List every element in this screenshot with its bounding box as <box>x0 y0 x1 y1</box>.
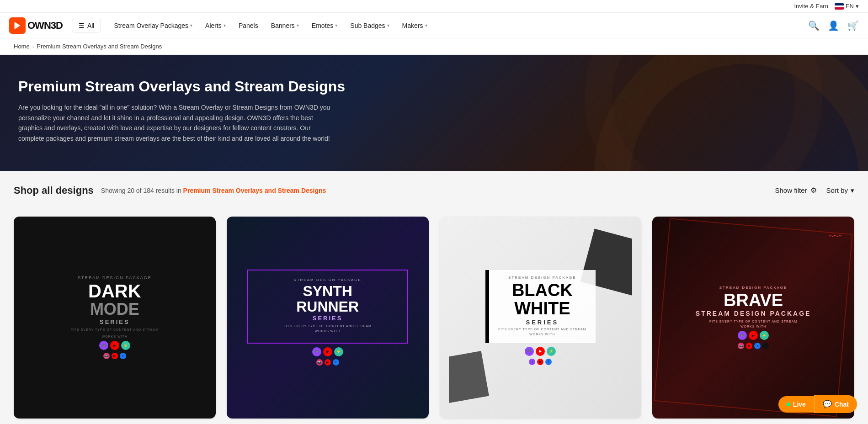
twitch-icon: 🎮 <box>738 331 747 340</box>
instagram-icon: 📷 <box>316 359 323 366</box>
product-card-brave-series[interactable]: 〰 STREAM DESIGN PACKAGE BRAVE STREAM DES… <box>652 217 854 419</box>
sort-label: Sort by <box>826 186 848 194</box>
navbar: OWN3D ☰ All Stream Overlay Packages ▾ Al… <box>0 13 868 38</box>
facebook-icon: f <box>333 359 339 366</box>
product-card-black-white[interactable]: STREAM DESIGN PACKAGE BLACK WHITE SERIES… <box>440 217 642 419</box>
streamlabs-icon: ⚡ <box>547 347 556 356</box>
nav-item-stream-overlay[interactable]: Stream Overlay Packages ▾ <box>107 13 199 38</box>
brave-swirl-icon: 〰 <box>829 229 841 244</box>
card-platform-icons-brave: 🎮 ▶ ⚡ <box>738 331 769 340</box>
nav-item-alerts[interactable]: Alerts ▾ <box>199 13 232 38</box>
card-series-brave: STREAM DESIGN PACKAGE <box>696 310 811 317</box>
nav-label-makers: Makers <box>402 22 423 29</box>
nav-item-emotes[interactable]: Emotes ▾ <box>305 13 344 38</box>
language-selector[interactable]: EN ▾ <box>835 3 859 10</box>
card-tagline-synth: FITS EVERY TYPE OF CONTENT AND STREAM <box>255 324 400 328</box>
card-platform-icons-bw: 🎮 ▶ ⚡ <box>525 347 556 356</box>
youtube-icon: ▶ <box>110 341 119 350</box>
logo[interactable]: OWN3D <box>9 17 63 34</box>
nav-links: Stream Overlay Packages ▾ Alerts ▾ Panel… <box>107 13 808 38</box>
chevron-down-icon: ▾ <box>851 186 854 195</box>
card-tagline-brave: FITS EVERY TYPE OF CONTENT AND STREAM <box>696 320 811 323</box>
product-grid: STREAM DESIGN PACKAGE DARK MODE SERIES F… <box>0 217 868 424</box>
product-card-synth-runner[interactable]: STREAM DESIGN PACKAGE SYNTH RUNNER SERIE… <box>227 217 429 419</box>
card-social-dark: 📷 ▶ f <box>103 353 126 359</box>
nav-label-stream-overlay: Stream Overlay Packages <box>114 22 188 29</box>
hero-description: Are you looking for the ideal "all in on… <box>18 102 338 143</box>
card-works-synth: WORKS WITH <box>255 329 400 333</box>
nav-item-sub-badges[interactable]: Sub Badges ▾ <box>344 13 395 38</box>
menu-icon: ☰ <box>79 22 85 29</box>
breadcrumb-home[interactable]: Home <box>14 43 30 50</box>
chat-label: Chat <box>835 401 849 408</box>
youtube-icon: ▶ <box>536 347 545 356</box>
chat-icon: 💬 <box>823 400 832 408</box>
hero-title: Premium Stream Overlays and Stream Desig… <box>18 78 384 95</box>
twitch-icon: 🎮 <box>99 341 108 350</box>
all-button[interactable]: ☰ All <box>72 19 101 32</box>
card-platform-icons-dark: 🎮 ▶ ⚡ <box>99 341 130 350</box>
breadcrumb: Home › Premium Stream Overlays and Strea… <box>0 38 868 55</box>
results-prefix: Showing 20 of 184 results in <box>101 187 183 194</box>
chevron-down-icon: ▾ <box>224 23 226 28</box>
sort-by-button[interactable]: Sort by ▾ <box>826 186 854 195</box>
filter-label: Show filter <box>775 186 807 194</box>
card-title-synth: SYNTH <box>255 284 400 298</box>
shop-header: Shop all designs Showing 20 of 184 resul… <box>14 185 854 196</box>
flag-icon <box>835 3 844 10</box>
facebook-icon: f <box>120 353 126 359</box>
user-icon[interactable]: 👤 <box>828 20 839 31</box>
card-works-bw: WORKS WITH <box>498 333 586 336</box>
twitch-social-icon: t <box>529 359 535 365</box>
chat-widget: Live 💬 Chat <box>778 395 857 413</box>
show-filter-button[interactable]: Show filter ⚙ <box>775 186 817 195</box>
nav-item-banners[interactable]: Banners ▾ <box>265 13 305 38</box>
breadcrumb-current: Premium Stream Overlays and Stream Desig… <box>37 43 162 50</box>
youtube-social-icon: ▶ <box>325 359 331 366</box>
logo-icon <box>9 17 26 34</box>
product-card-dark-mode[interactable]: STREAM DESIGN PACKAGE DARK MODE SERIES F… <box>14 217 216 419</box>
youtube-icon: ▶ <box>749 331 758 340</box>
youtube-social-icon: ▶ <box>746 343 752 349</box>
shop-results: Showing 20 of 184 results in Premium Str… <box>101 187 326 194</box>
card-title2-synth: RUNNER <box>255 299 400 314</box>
live-dot <box>787 403 790 406</box>
lang-label: EN <box>846 3 854 10</box>
card-title2-bw: WHITE <box>498 300 586 317</box>
twitch-icon: 🎮 <box>525 347 534 356</box>
card-inner-brave: 〰 STREAM DESIGN PACKAGE BRAVE STREAM DES… <box>661 226 845 409</box>
card-inner-synth: STREAM DESIGN PACKAGE SYNTH RUNNER SERIE… <box>236 226 420 409</box>
invite-earn-link[interactable]: Invite & Earn <box>794 3 828 10</box>
card-tagline-dark: FITS EVERY TYPE OF CONTENT AND STREAM <box>71 328 159 331</box>
chat-button[interactable]: 💬 Chat <box>814 395 857 413</box>
live-label: Live <box>793 401 806 408</box>
card-title2-dark: MODE <box>90 301 139 318</box>
all-label: All <box>87 22 95 29</box>
nav-label-alerts: Alerts <box>205 22 222 29</box>
cart-icon[interactable]: 🛒 <box>847 20 859 31</box>
card-social-bw: t ▶ f <box>529 359 552 365</box>
search-icon[interactable]: 🔍 <box>808 20 820 31</box>
logo-text: OWN3D <box>27 20 63 32</box>
product-thumbnail-brave: 〰 STREAM DESIGN PACKAGE BRAVE STREAM DES… <box>652 217 854 419</box>
shop-header-right: Show filter ⚙ Sort by ▾ <box>775 186 854 195</box>
product-thumbnail-bw: STREAM DESIGN PACKAGE BLACK WHITE SERIES… <box>440 217 642 419</box>
chevron-down-icon: ▾ <box>297 23 299 28</box>
nav-item-panels[interactable]: Panels <box>232 13 265 38</box>
hero-section: Premium Stream Overlays and Stream Desig… <box>0 55 868 171</box>
youtube-icon: ▶ <box>323 347 332 356</box>
card-inner-bw: STREAM DESIGN PACKAGE BLACK WHITE SERIES… <box>449 226 633 409</box>
twitch-icon: 🎮 <box>312 347 321 356</box>
nav-item-makers[interactable]: Makers ▾ <box>396 13 434 38</box>
streamlabs-icon: ⚡ <box>760 331 769 340</box>
card-series-dark: SERIES <box>100 318 130 325</box>
shop-section: Shop all designs Showing 20 of 184 resul… <box>0 171 868 217</box>
live-button[interactable]: Live <box>778 396 814 413</box>
card-works-dark: WORKS WITH <box>102 335 128 338</box>
card-subtitle-bw: STREAM DESIGN PACKAGE <box>498 276 586 280</box>
brave-title-area: STREAM DESIGN PACKAGE BRAVE STREAM DESIG… <box>696 286 811 331</box>
card-series-synth: SERIES <box>255 315 400 322</box>
nav-label-emotes: Emotes <box>312 22 333 29</box>
shop-title: Shop all designs <box>14 185 94 196</box>
nav-label-sub-badges: Sub Badges <box>350 22 385 29</box>
